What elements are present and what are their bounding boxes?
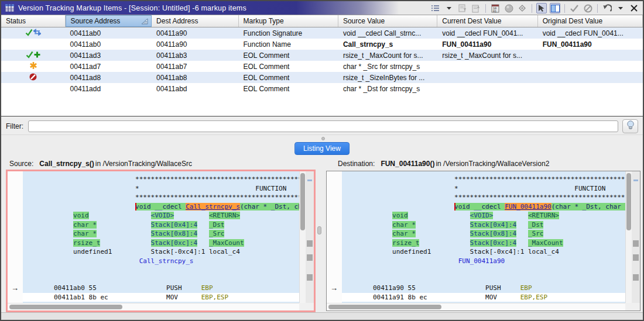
cell-dest-address: 00411abd xyxy=(152,85,238,93)
destination-pane-label: Destination:FUN_00411a90()in /VersionTra… xyxy=(338,160,549,168)
scrollbar-thumb[interactable] xyxy=(626,173,631,230)
markup-table-row[interactable]: 00411ad800411ab8EOL Commentrsize_t _Size… xyxy=(1,72,643,83)
lightbulb-icon xyxy=(626,120,635,132)
source-listing-content[interactable]: ****************************************… xyxy=(23,171,299,303)
listing-line: char * Stack[0x8]:4 _Src xyxy=(342,229,625,239)
caret-down-icon[interactable] xyxy=(444,3,454,13)
source-vertical-scrollbar[interactable] xyxy=(299,171,306,303)
column-header-source-address[interactable]: Source Address xyxy=(66,15,152,27)
cell-source-address: 00411ab0 xyxy=(66,40,152,49)
destination-listing-margin: → xyxy=(327,171,342,303)
markup-area-marker[interactable] xyxy=(633,240,639,247)
cell-source-value: rsize_t _MaxCount for s... xyxy=(338,51,437,60)
markup-area-marker[interactable] xyxy=(633,274,639,281)
source-marker-strip[interactable] xyxy=(306,171,314,303)
source-horizontal-scrollbar[interactable] xyxy=(8,303,299,310)
toolbar-separator xyxy=(564,4,565,13)
unapply-markup-up-icon[interactable] xyxy=(471,3,481,13)
caret-down-icon[interactable] xyxy=(615,3,626,13)
destination-vertical-scrollbar[interactable] xyxy=(625,171,632,303)
cell-source-address: 00411ab0 xyxy=(66,29,152,37)
column-header-status[interactable]: Status xyxy=(1,15,66,27)
source-listing-panel[interactable]: → **************************************… xyxy=(6,170,316,312)
cell-markup-type: EOL Comment xyxy=(239,85,338,93)
accept-check-icon[interactable] xyxy=(569,3,580,13)
listing-line: ****************************************… xyxy=(342,193,625,202)
destination-listing-content[interactable]: ****************************************… xyxy=(342,171,625,303)
listing-section: Listing View Source:Call_strncpy_s()in /… xyxy=(1,134,643,320)
cell-source-value: void __cdecl Call_strnc... xyxy=(338,29,437,37)
title-bar[interactable]: Version Tracking Markup Items - [Session… xyxy=(1,1,643,15)
cell-source-address: 00411ad7 xyxy=(66,63,152,71)
listing-view-tab[interactable]: Listing View xyxy=(294,142,350,155)
markup-table-row[interactable]: 00411ab000411a90Function Signaturevoid _… xyxy=(1,27,643,39)
cell-current-dest-value: FUN_00411a90 xyxy=(437,40,537,49)
cursor-arrow-icon[interactable] xyxy=(536,3,547,13)
listing-line: void __cdecl Call_strncpy_s(char * _Dst,… xyxy=(23,202,299,212)
markup-table-row[interactable]: 00411ad700411ab7EOL Commentchar * _Src f… xyxy=(1,61,643,72)
table-header-row: StatusSource AddressDest AddressMarkup T… xyxy=(1,15,643,27)
scrollbar-thumb[interactable] xyxy=(9,305,122,309)
toolbar-separator xyxy=(532,4,532,13)
cell-markup-type: EOL Comment xyxy=(239,63,338,71)
cell-markup-type: Function Name xyxy=(239,40,338,49)
window-title: Version Tracking Markup Items - [Session… xyxy=(18,4,246,12)
filter-input[interactable] xyxy=(28,120,618,132)
diamond-icon[interactable] xyxy=(517,3,527,13)
markup-area-marker[interactable] xyxy=(633,254,639,261)
table-body: 00411ab000411a90Function Signaturevoid _… xyxy=(1,27,643,94)
markup-table-row[interactable]: 00411ab000411a90Function NameCall_strncp… xyxy=(1,39,643,50)
column-header-dest-address[interactable]: Dest Address xyxy=(152,15,238,27)
view-options-list-icon[interactable] xyxy=(430,3,441,13)
svg-text:01: 01 xyxy=(493,9,496,12)
binary-file-icon[interactable]: 1001 xyxy=(490,3,501,13)
bottom-strip xyxy=(1,312,643,320)
markup-area-marker[interactable] xyxy=(307,240,313,247)
column-header-markup-type[interactable]: Markup Type xyxy=(239,15,338,27)
cell-dest-address: 00411ab8 xyxy=(152,74,238,82)
cell-dest-address: 00411a90 xyxy=(152,40,238,49)
listing-line: * FUNCTION * xyxy=(342,184,625,194)
markup-area-marker[interactable] xyxy=(307,254,313,261)
listing-line: Call_strncpy_s xyxy=(23,257,299,266)
destination-marker-strip[interactable] xyxy=(632,171,640,303)
column-header-source-value[interactable]: Source Value xyxy=(338,15,437,27)
column-header-current-dest-value[interactable]: Current Dest Value xyxy=(437,15,537,27)
swap-arrows-icon xyxy=(33,29,41,37)
view-position-marker xyxy=(633,180,638,181)
listing-line: rsize_t Stack[0xc]:4 _MaxCount xyxy=(23,239,299,248)
listing-line: char * Stack[0x8]:4 _Src xyxy=(23,229,299,239)
apply-markup-down-icon[interactable] xyxy=(457,3,468,13)
markup-table-row[interactable]: 00411add00411abdEOL Commentchar * _Dst f… xyxy=(1,83,643,94)
cell-source-value: char * _Dst for strncpy_s xyxy=(338,85,437,93)
listing-line: ****************************************… xyxy=(342,175,625,184)
markup-items-table: StatusSource AddressDest AddressMarkup T… xyxy=(1,15,643,117)
reject-circle-icon[interactable] xyxy=(583,3,593,13)
status-cell xyxy=(1,51,66,60)
destination-listing-panel[interactable]: → **************************************… xyxy=(326,171,640,311)
listing-line xyxy=(23,275,299,284)
cell-markup-type: EOL Comment xyxy=(239,74,338,82)
destination-horizontal-scrollbar[interactable] xyxy=(327,303,625,310)
filter-options-button[interactable] xyxy=(622,119,638,133)
markup-area-marker[interactable] xyxy=(307,274,313,281)
scrollbar-thumb[interactable] xyxy=(300,173,305,230)
applied-check-icon xyxy=(25,29,33,38)
cell-source-value: Call_strncpy_s xyxy=(338,40,437,49)
markup-table-row[interactable]: 00411ad300411ab3EOL Commentrsize_t _MaxC… xyxy=(1,50,643,61)
panel-splitter-handle[interactable] xyxy=(317,226,321,234)
listing-line: undefined1 Stack[-0xc4]:1 local_c4 xyxy=(342,247,625,257)
scrollbar-thumb[interactable] xyxy=(328,305,441,309)
sphere-icon[interactable] xyxy=(503,3,514,13)
close-x-icon[interactable] xyxy=(629,3,639,13)
listing-line: * FUNCTION * xyxy=(23,184,299,194)
listing-line: char * Stack[0x4]:4 _Dst xyxy=(342,220,625,230)
splitter-dot-handle[interactable] xyxy=(321,137,325,140)
listing-line: 00411ab0 55 PUSH EBP xyxy=(23,284,299,293)
undo-arrow-icon[interactable] xyxy=(602,3,612,13)
cell-original-dest-value: FUN_00411a90 xyxy=(538,40,643,49)
scrollbar-corner xyxy=(625,303,640,310)
column-header-original-dest-value[interactable]: Original Dest Value xyxy=(538,15,643,27)
dual-listing-icon[interactable] xyxy=(550,3,560,13)
destination-function-name: FUN_00411a90() xyxy=(381,160,434,168)
